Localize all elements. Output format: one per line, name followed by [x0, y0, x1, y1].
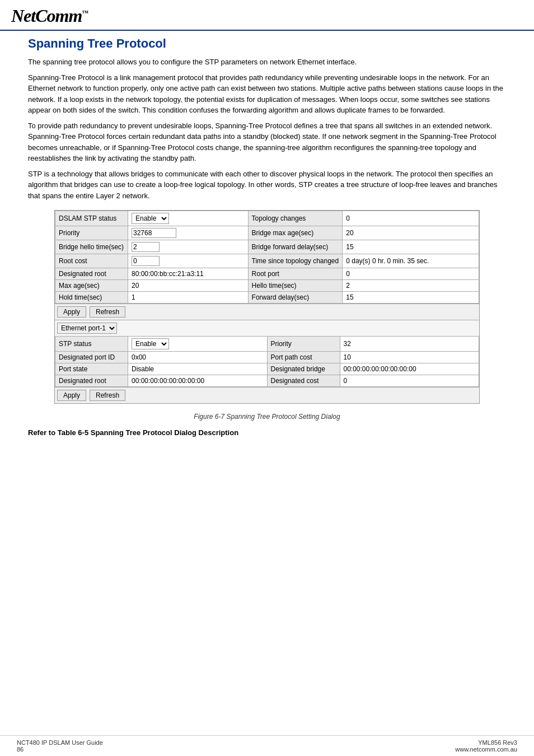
root-cost-label: Root cost [55, 254, 128, 268]
table-row: Max age(sec) 20 Hello time(sec) 2 [55, 280, 479, 292]
footer-revision: YML856 Rev3 [478, 739, 517, 746]
port-priority-label: Priority [267, 337, 340, 352]
port-stp-status-select[interactable]: Enable Disable [132, 338, 169, 349]
port-stp-status-value[interactable]: Enable Disable [128, 337, 268, 352]
forward-delay-value: 15 [343, 292, 479, 304]
port-selector[interactable]: Ethernet port-1 Ethernet port-2 [57, 323, 117, 334]
stp-main-apply-button[interactable]: Apply [57, 306, 86, 318]
table-row: Designated root 00:00:00:00:00:00:00:00 … [55, 375, 479, 387]
table-row: Port state Disable Designated bridge 00:… [55, 363, 479, 375]
table-row: DSLAM STP status Enable Disable Topology… [55, 211, 479, 226]
stp-main-refresh-button[interactable]: Refresh [90, 306, 125, 318]
footer-page-number: 86 [17, 746, 24, 753]
designated-cost-label: Designated cost [267, 375, 340, 387]
designated-root-value: 80:00:00:bb:cc:21:a3:11 [128, 268, 249, 280]
bridge-max-age-value: 20 [343, 226, 479, 240]
port-stp-status-label: STP status [55, 337, 128, 352]
bridge-max-age-label: Bridge max age(sec) [248, 226, 343, 240]
port-path-cost-label: Port path cost [267, 352, 340, 363]
table-row: Designated root 80:00:00:bb:cc:21:a3:11 … [55, 268, 479, 280]
port-btn-row: Apply Refresh [55, 387, 479, 403]
table-row: Root cost Time since topology changed 0 … [55, 254, 479, 268]
bridge-forward-delay-label: Bridge forward delay(sec) [248, 240, 343, 254]
designated-root-label: Designated root [55, 268, 128, 280]
hello-time-value: 2 [343, 280, 479, 292]
topology-changes-value: 0 [343, 211, 479, 226]
page-footer: NCT480 IP DSLAM User Guide 86 YML856 Rev… [0, 735, 534, 756]
port-designated-root-label: Designated root [55, 375, 128, 387]
table-row: Hold time(sec) 1 Forward delay(sec) 15 [55, 292, 479, 304]
bridge-hello-time-value[interactable] [128, 240, 249, 254]
port-designated-root-value: 00:00:00:00:00:00:00:00 [128, 375, 268, 387]
designated-bridge-label: Designated bridge [267, 363, 340, 375]
port-table: STP status Enable Disable Priority 32 De… [55, 336, 479, 387]
table-row: Bridge hello time(sec) Bridge forward de… [55, 240, 479, 254]
footer-doc-title: NCT480 IP DSLAM User Guide [17, 739, 103, 746]
hold-time-label: Hold time(sec) [55, 292, 128, 304]
designated-port-id-label: Designated port ID [55, 352, 128, 363]
intro-paragraph-3: To provide path redundancy to prevent un… [28, 120, 506, 164]
time-since-topology-label: Time since topology changed [248, 254, 343, 268]
intro-paragraph-4: STP is a technology that allows bridges … [28, 169, 506, 202]
designated-bridge-value: 00:00:00:00:00:00:00:00 [340, 363, 479, 375]
intro-paragraph-2: Spanning-Tree Protocol is a link managem… [28, 72, 506, 116]
root-cost-input[interactable] [132, 256, 160, 266]
refer-text: Refer to Table 6-5 Spanning Tree Protoco… [28, 427, 506, 438]
designated-port-id-value: 0x00 [128, 352, 268, 363]
bridge-hello-time-label: Bridge hello time(sec) [55, 240, 128, 254]
priority-label: Priority [55, 226, 128, 240]
port-apply-button[interactable]: Apply [57, 390, 86, 401]
footer-right: YML856 Rev3 www.netcomm.com.au [455, 739, 517, 753]
dslam-stp-status-select[interactable]: Enable Disable [132, 213, 169, 224]
port-refresh-button[interactable]: Refresh [90, 390, 125, 401]
port-state-label: Port state [55, 363, 128, 375]
stp-main-table: DSLAM STP status Enable Disable Topology… [55, 211, 479, 304]
root-port-value: 0 [343, 268, 479, 280]
max-age-value: 20 [128, 280, 249, 292]
logo-tm: ™ [82, 9, 88, 17]
hold-time-value: 1 [128, 292, 249, 304]
page-title: Spanning Tree Protocol [28, 36, 506, 51]
bridge-hello-time-input[interactable] [132, 242, 160, 252]
footer-website: www.netcomm.com.au [455, 746, 517, 753]
time-since-topology-value: 0 day(s) 0 hr. 0 min. 35 sec. [343, 254, 479, 268]
dslam-stp-status-label: DSLAM STP status [55, 211, 128, 226]
dslam-stp-status-value[interactable]: Enable Disable [128, 211, 249, 226]
forward-delay-label: Forward delay(sec) [248, 292, 343, 304]
stp-main-btn-row: Apply Refresh [55, 304, 479, 320]
root-cost-value[interactable] [128, 254, 249, 268]
priority-input[interactable] [132, 228, 176, 238]
topology-changes-label: Topology changes [248, 211, 343, 226]
main-content: Spanning Tree Protocol The spanning tree… [0, 31, 534, 477]
logo-text: NetComm [11, 6, 82, 26]
figure-caption: Figure 6-7 Spanning Tree Protocol Settin… [28, 413, 506, 421]
table-row: Designated port ID 0x00 Port path cost 1… [55, 352, 479, 363]
port-state-value: Disable [128, 363, 268, 375]
footer-left: NCT480 IP DSLAM User Guide 86 [17, 739, 103, 753]
intro-paragraph-1: The spanning tree protocol allows you to… [28, 57, 506, 68]
designated-cost-value: 0 [340, 375, 479, 387]
max-age-label: Max age(sec) [55, 280, 128, 292]
hello-time-label: Hello time(sec) [248, 280, 343, 292]
page-header: NetComm™ [0, 0, 534, 31]
table-row: Priority Bridge max age(sec) 20 [55, 226, 479, 240]
port-path-cost-value: 10 [340, 352, 479, 363]
bridge-forward-delay-value: 15 [343, 240, 479, 254]
port-priority-value: 32 [340, 337, 479, 352]
logo: NetComm™ [11, 6, 88, 26]
stp-dialog-box: DSLAM STP status Enable Disable Topology… [54, 210, 480, 404]
root-port-label: Root port [248, 268, 343, 280]
port-selector-row: Ethernet port-1 Ethernet port-2 [55, 320, 479, 336]
table-row: STP status Enable Disable Priority 32 [55, 337, 479, 352]
priority-value[interactable] [128, 226, 249, 240]
